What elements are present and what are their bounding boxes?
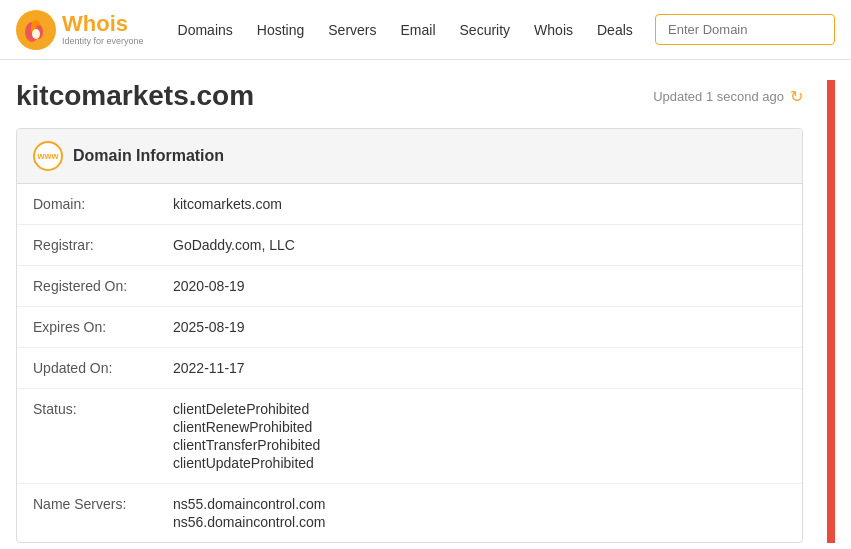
status-item-2: clientRenewProhibited	[173, 419, 786, 435]
field-label-registrar: Registrar:	[17, 225, 157, 266]
status-item-3: clientTransferProhibited	[173, 437, 786, 453]
ns-item-2: ns56.domaincontrol.com	[173, 514, 786, 530]
field-label-nameservers: Name Servers:	[17, 484, 157, 543]
nameserver-list: ns55.domaincontrol.com ns56.domaincontro…	[173, 496, 786, 530]
nav-security[interactable]: Security	[450, 16, 521, 44]
nav-email[interactable]: Email	[391, 16, 446, 44]
logo-tagline-text: Identity for everyone	[62, 37, 144, 47]
domain-input-wrapper	[655, 14, 835, 45]
right-bar	[827, 80, 835, 543]
field-value-status: clientDeleteProhibited clientRenewProhib…	[157, 389, 802, 484]
updated-text: Updated 1 second ago	[653, 89, 784, 104]
nav-servers[interactable]: Servers	[318, 16, 386, 44]
field-label-updated-on: Updated On:	[17, 348, 157, 389]
table-row: Domain: kitcomarkets.com	[17, 184, 802, 225]
table-row-nameservers: Name Servers: ns55.domaincontrol.com ns5…	[17, 484, 802, 543]
field-label-domain: Domain:	[17, 184, 157, 225]
field-label-registered-on: Registered On:	[17, 266, 157, 307]
ns-item-1: ns55.domaincontrol.com	[173, 496, 786, 512]
main-column: kitcomarkets.com Updated 1 second ago ↻ …	[16, 80, 803, 543]
field-value-registered-on: 2020-08-19	[157, 266, 802, 307]
field-value-expires-on: 2025-08-19	[157, 307, 802, 348]
info-card-header: www Domain Information	[17, 129, 802, 184]
www-icon: www	[33, 141, 63, 171]
table-row: Registered On: 2020-08-19	[17, 266, 802, 307]
updated-row: Updated 1 second ago ↻	[653, 87, 803, 106]
field-value-domain: kitcomarkets.com	[157, 184, 802, 225]
field-value-registrar: GoDaddy.com, LLC	[157, 225, 802, 266]
nav-hosting[interactable]: Hosting	[247, 16, 314, 44]
logo-icon	[16, 10, 56, 50]
info-table: Domain: kitcomarkets.com Registrar: GoDa…	[17, 184, 802, 542]
logo-whois-text: Whois	[62, 12, 144, 36]
table-row: Expires On: 2025-08-19	[17, 307, 802, 348]
info-card: www Domain Information Domain: kitcomark…	[16, 128, 803, 543]
status-item-1: clientDeleteProhibited	[173, 401, 786, 417]
field-value-updated-on: 2022-11-17	[157, 348, 802, 389]
table-row-status: Status: clientDeleteProhibited clientRen…	[17, 389, 802, 484]
nav-deals[interactable]: Deals	[587, 16, 643, 44]
domain-search-input[interactable]	[655, 14, 835, 45]
status-item-4: clientUpdateProhibited	[173, 455, 786, 471]
domain-title-row: kitcomarkets.com Updated 1 second ago ↻	[16, 80, 803, 112]
page-content: kitcomarkets.com Updated 1 second ago ↻ …	[0, 60, 851, 549]
refresh-icon[interactable]: ↻	[790, 87, 803, 106]
field-label-status: Status:	[17, 389, 157, 484]
header: Whois Identity for everyone Domains Host…	[0, 0, 851, 60]
domain-title: kitcomarkets.com	[16, 80, 254, 112]
main-nav: Domains Hosting Servers Email Security W…	[168, 16, 655, 44]
info-card-title: Domain Information	[73, 147, 224, 165]
nav-domains[interactable]: Domains	[168, 16, 243, 44]
status-list: clientDeleteProhibited clientRenewProhib…	[173, 401, 786, 471]
table-row: Updated On: 2022-11-17	[17, 348, 802, 389]
right-sidebar	[811, 80, 835, 543]
field-label-expires-on: Expires On:	[17, 307, 157, 348]
logo-text: Whois Identity for everyone	[62, 12, 144, 46]
field-value-nameservers: ns55.domaincontrol.com ns56.domaincontro…	[157, 484, 802, 543]
logo-area: Whois Identity for everyone	[16, 10, 144, 50]
svg-point-4	[32, 29, 40, 39]
nav-whois[interactable]: Whois	[524, 16, 583, 44]
table-row: Registrar: GoDaddy.com, LLC	[17, 225, 802, 266]
